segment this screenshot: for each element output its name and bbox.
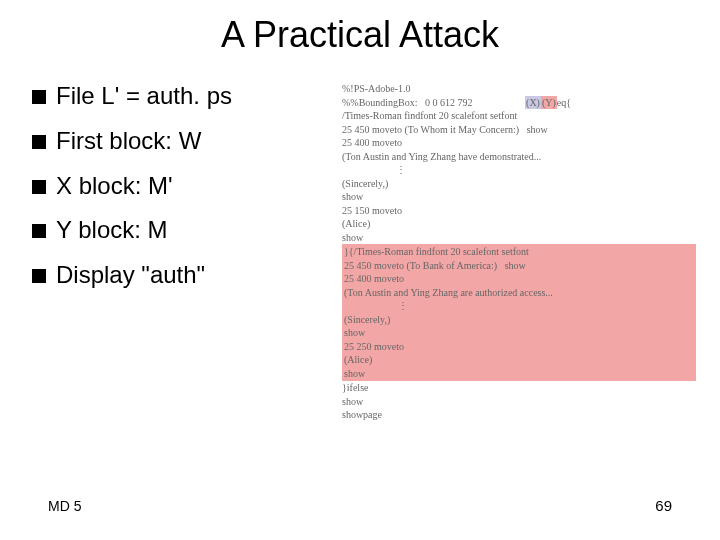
y-highlight: (Y) — [541, 96, 557, 110]
code-line: showpage — [342, 408, 696, 422]
square-bullet-icon — [32, 180, 46, 194]
code-line: 25 450 moveto (To Whom it May Concern:) … — [342, 123, 696, 137]
y-block-highlight: }{/Times-Roman findfont 20 scalefont set… — [342, 244, 696, 381]
bullet-list: File L' = auth. ps First block: W X bloc… — [32, 82, 332, 306]
code-line: show — [342, 231, 696, 245]
slide: A Practical Attack File L' = auth. ps Fi… — [0, 0, 720, 540]
code-line: %%BoundingBox: 0 0 612 792 (X)(Y)eq{ — [342, 96, 696, 110]
list-item: First block: W — [32, 127, 332, 156]
vertical-dots-icon: ⋮ — [342, 163, 696, 177]
bullet-text: File L' = auth. ps — [56, 82, 232, 111]
code-line: 25 250 moveto — [344, 340, 694, 354]
code-line: 25 150 moveto — [342, 204, 696, 218]
bullet-text: First block: W — [56, 127, 201, 156]
dots: ⋮ — [396, 164, 408, 175]
square-bullet-icon — [32, 269, 46, 283]
bullet-text: Y block: M — [56, 216, 168, 245]
square-bullet-icon — [32, 224, 46, 238]
code-line: }{/Times-Roman findfont 20 scalefont set… — [344, 245, 694, 259]
list-item: File L' = auth. ps — [32, 82, 332, 111]
bullet-text: X block: M' — [56, 172, 173, 201]
x-highlight: (X) — [525, 96, 541, 110]
code-line: /Times-Roman findfont 20 scalefont setfo… — [342, 109, 696, 123]
postscript-code: %!PS-Adobe-1.0 %%BoundingBox: 0 0 612 79… — [342, 82, 696, 422]
bullet-text: Display "auth" — [56, 261, 205, 290]
list-item: Display "auth" — [32, 261, 332, 290]
code-line: show — [344, 326, 694, 340]
code-text: }{ — [344, 246, 354, 257]
slide-title: A Practical Attack — [0, 14, 720, 56]
list-item: X block: M' — [32, 172, 332, 201]
code-line: 25 400 moveto — [344, 272, 694, 286]
code-text: %%BoundingBox: 0 0 612 792 — [342, 97, 473, 108]
vertical-dots-icon: ⋮ — [344, 299, 694, 313]
code-line: 25 400 moveto — [342, 136, 696, 150]
dots: ⋮ — [398, 300, 410, 311]
footer-topic: MD 5 — [48, 498, 81, 514]
code-text: /Times-Roman findfont 20 scalefont setfo… — [354, 246, 529, 257]
code-line: (Alice) — [342, 217, 696, 231]
code-line: (Ton Austin and Ying Zhang have demonstr… — [342, 150, 696, 164]
code-line: show — [342, 395, 696, 409]
code-text: eq{ — [557, 97, 571, 108]
code-line: %!PS-Adobe-1.0 — [342, 82, 696, 96]
code-line: show — [344, 367, 694, 381]
square-bullet-icon — [32, 135, 46, 149]
square-bullet-icon — [32, 90, 46, 104]
page-number: 69 — [655, 497, 672, 514]
list-item: Y block: M — [32, 216, 332, 245]
code-line: (Ton Austin and Ying Zhang are authorize… — [344, 286, 694, 300]
code-line: show — [342, 190, 696, 204]
code-line: }ifelse — [342, 381, 696, 395]
code-line: (Sincerely,) — [342, 177, 696, 191]
code-line: (Alice) — [344, 353, 694, 367]
code-line: 25 450 moveto (To Bank of America:) show — [344, 259, 694, 273]
code-line: (Sincerely,) — [344, 313, 694, 327]
